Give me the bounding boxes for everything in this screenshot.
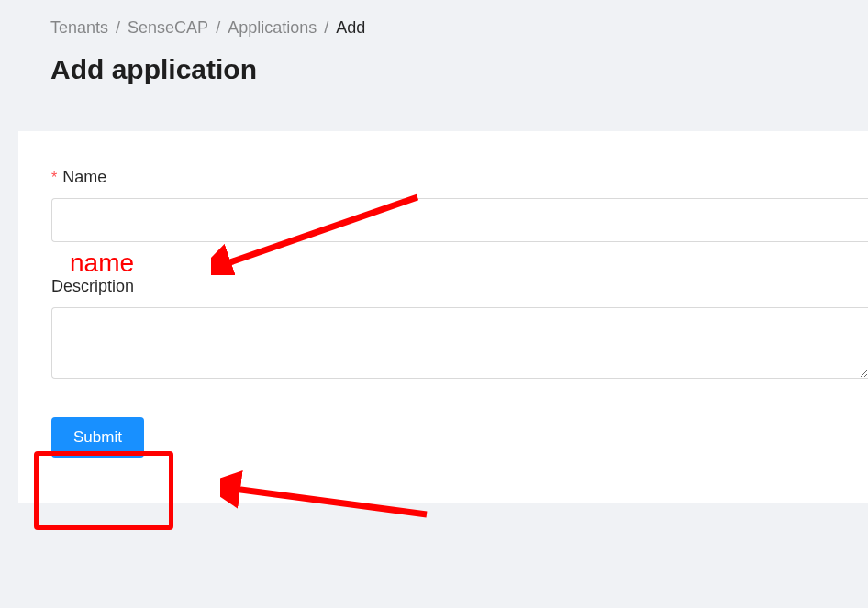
name-label-row: * Name (51, 168, 868, 187)
form-card: * Name Description Submit (18, 131, 868, 503)
breadcrumb-separator: / (116, 18, 120, 38)
form-item-description: Description (51, 277, 868, 382)
description-label: Description (51, 277, 134, 296)
form-item-name: * Name (51, 168, 868, 242)
description-input[interactable] (51, 307, 868, 379)
breadcrumb: Tenants / SenseCAP / Applications / Add (50, 18, 818, 38)
breadcrumb-separator: / (216, 18, 220, 38)
name-label: Name (62, 168, 106, 187)
breadcrumb-sensecap[interactable]: SenseCAP (128, 18, 208, 38)
description-label-row: Description (51, 277, 868, 296)
name-input[interactable] (51, 198, 868, 242)
breadcrumb-separator: / (324, 18, 328, 38)
required-asterisk-icon: * (51, 170, 57, 186)
breadcrumb-current: Add (336, 18, 365, 38)
page-title: Add application (50, 54, 818, 85)
submit-button[interactable]: Submit (51, 417, 144, 458)
breadcrumb-tenants[interactable]: Tenants (50, 18, 108, 38)
breadcrumb-applications[interactable]: Applications (228, 18, 317, 38)
